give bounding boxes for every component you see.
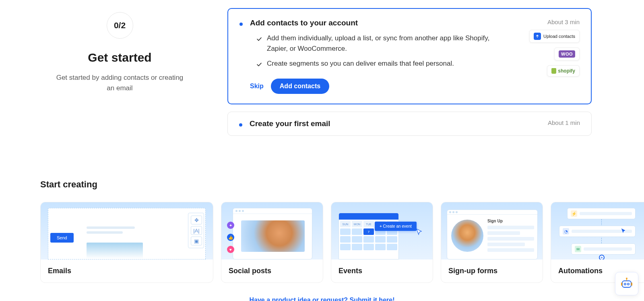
step-desc-item: Add them individually, upload a list, or… bbox=[256, 33, 498, 54]
woocommerce-icon: WOO bbox=[559, 50, 575, 58]
card-label: Events bbox=[331, 259, 433, 282]
svg-rect-5 bbox=[621, 282, 622, 286]
create-card-social[interactable]: ✦ 👍 ♥ Social posts bbox=[221, 202, 323, 283]
page-subtitle: Get started by adding contacts or creati… bbox=[40, 73, 199, 93]
like-icon: 👍 bbox=[227, 234, 234, 241]
clock-icon: ◔ bbox=[563, 228, 569, 235]
create-card-events[interactable]: SUN MON TUE 7 + Create an event Events bbox=[331, 202, 433, 283]
automations-illustration: ⚡ ◔ ✉ + bbox=[551, 202, 644, 259]
product-idea-link[interactable]: Have a product idea or request? Submit i… bbox=[40, 297, 604, 301]
emails-illustration: Send ✥ |A| ▣ bbox=[41, 202, 213, 259]
skip-link[interactable]: Skip bbox=[250, 83, 264, 90]
check-icon bbox=[256, 60, 262, 71]
svg-point-2 bbox=[627, 283, 629, 285]
upload-icon bbox=[534, 33, 541, 40]
step-time-estimate: About 1 min bbox=[548, 119, 580, 126]
calendar-day-label: TUE bbox=[363, 221, 374, 227]
svg-point-4 bbox=[626, 278, 627, 279]
svg-rect-6 bbox=[631, 282, 632, 286]
bolt-icon: ⚡ bbox=[571, 210, 577, 217]
mail-icon: ✉ bbox=[575, 246, 581, 252]
upload-contacts-label: Upload contacts bbox=[543, 34, 575, 39]
robot-icon bbox=[619, 276, 634, 291]
create-card-emails[interactable]: Send ✥ |A| ▣ Emails bbox=[40, 202, 213, 283]
card-label: Social posts bbox=[221, 259, 323, 282]
onboarding-steps: Add contacts to your account Add them in… bbox=[227, 8, 592, 143]
onboarding-sidebar: 0/2 Get started Get started by adding co… bbox=[40, 8, 199, 143]
step-desc-text: Add them individually, upload a list, or… bbox=[267, 33, 498, 54]
step-title: Create your first email bbox=[250, 119, 580, 128]
create-cards-row: Send ✥ |A| ▣ Emails ✦ 👍 bbox=[40, 202, 604, 283]
toolbox-icon: ✥ |A| ▣ bbox=[188, 213, 204, 248]
signup-form-title: Sign Up bbox=[487, 219, 534, 223]
integrations-preview: Upload contacts WOO shopify bbox=[529, 30, 580, 77]
progress-indicator: 0/2 bbox=[107, 12, 133, 39]
upload-contacts-chip: Upload contacts bbox=[529, 30, 580, 43]
image-icon: ▣ bbox=[191, 237, 202, 245]
reaction-icon: ✦ bbox=[227, 222, 234, 229]
step-create-email[interactable]: Create your first email About 1 min bbox=[227, 112, 592, 136]
social-illustration: ✦ 👍 ♥ bbox=[221, 202, 323, 259]
add-node-icon: + bbox=[599, 255, 605, 259]
create-event-badge: + Create an event bbox=[375, 222, 417, 231]
heart-icon: ♥ bbox=[227, 246, 234, 253]
svg-rect-0 bbox=[622, 281, 631, 287]
step-status-dot bbox=[239, 23, 243, 26]
cursor-icon bbox=[416, 228, 423, 235]
woocommerce-chip: WOO bbox=[554, 48, 580, 60]
shopify-chip: shopify bbox=[547, 65, 580, 77]
add-contacts-button[interactable]: Add contacts bbox=[271, 79, 329, 94]
emails-send-badge: Send bbox=[50, 233, 74, 243]
step-desc-item: Create segments so you can deliver email… bbox=[256, 58, 498, 71]
step-add-contacts[interactable]: Add contacts to your account Add them in… bbox=[227, 8, 592, 104]
calendar-day-label: MON bbox=[352, 221, 362, 227]
create-card-signup[interactable]: Sign Up Sign-up forms bbox=[441, 202, 543, 283]
calendar-date: 7 bbox=[363, 228, 374, 235]
step-time-estimate: About 3 min bbox=[547, 19, 580, 25]
shopify-icon: shopify bbox=[551, 68, 575, 74]
signup-illustration: Sign Up bbox=[441, 202, 543, 259]
events-illustration: SUN MON TUE 7 + Create an event bbox=[331, 202, 433, 259]
card-label: Emails bbox=[41, 259, 213, 282]
create-card-automations[interactable]: ⚡ ◔ ✉ + Automations bbox=[551, 202, 644, 283]
calendar-day-label: SUN bbox=[340, 221, 351, 227]
move-icon: ✥ bbox=[191, 216, 202, 224]
card-label: Sign-up forms bbox=[441, 259, 543, 282]
check-icon bbox=[256, 35, 262, 54]
page-title: Get started bbox=[40, 51, 199, 64]
chatbot-widget[interactable] bbox=[615, 272, 638, 295]
cursor-icon bbox=[620, 227, 627, 235]
step-desc-text: Create segments so you can deliver email… bbox=[267, 58, 454, 71]
step-status-dot bbox=[239, 123, 242, 127]
start-creating-heading: Start creating bbox=[40, 179, 604, 190]
svg-point-1 bbox=[624, 283, 626, 285]
step-title: Add contacts to your account bbox=[250, 19, 580, 27]
text-icon: |A| bbox=[191, 226, 202, 235]
